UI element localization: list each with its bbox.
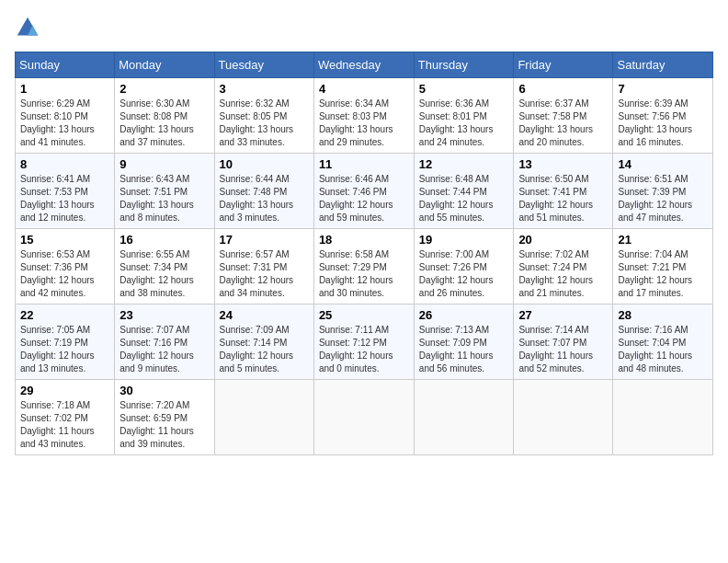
calendar-cell: 20 Sunrise: 7:02 AMSunset: 7:24 PMDaylig… bbox=[514, 229, 613, 304]
day-number: 19 bbox=[419, 233, 509, 247]
day-number: 15 bbox=[20, 233, 109, 247]
calendar-header-sunday: Sunday bbox=[16, 52, 115, 78]
day-number: 12 bbox=[419, 157, 509, 171]
day-number: 23 bbox=[119, 308, 209, 322]
day-info: Sunrise: 7:16 AMSunset: 7:04 PMDaylight:… bbox=[618, 325, 692, 373]
calendar-cell: 17 Sunrise: 6:57 AMSunset: 7:31 PMDaylig… bbox=[214, 229, 313, 304]
calendar-week-row: 15 Sunrise: 6:53 AMSunset: 7:36 PMDaylig… bbox=[16, 229, 713, 304]
logo bbox=[15, 15, 44, 40]
calendar-cell: 29 Sunrise: 7:18 AMSunset: 7:02 PMDaylig… bbox=[16, 380, 115, 455]
day-info: Sunrise: 7:18 AMSunset: 7:02 PMDaylight:… bbox=[20, 400, 95, 449]
day-info: Sunrise: 6:32 AMSunset: 8:05 PMDaylight:… bbox=[220, 98, 294, 147]
calendar-week-row: 29 Sunrise: 7:18 AMSunset: 7:02 PMDaylig… bbox=[16, 380, 713, 455]
calendar-cell: 6 Sunrise: 6:37 AMSunset: 7:58 PMDayligh… bbox=[514, 78, 613, 154]
day-number: 22 bbox=[20, 308, 109, 322]
calendar-cell: 23 Sunrise: 7:07 AMSunset: 7:16 PMDaylig… bbox=[115, 304, 214, 380]
day-number: 16 bbox=[119, 233, 209, 247]
calendar-cell: 16 Sunrise: 6:55 AMSunset: 7:34 PMDaylig… bbox=[115, 229, 214, 304]
calendar-week-row: 1 Sunrise: 6:29 AMSunset: 8:10 PMDayligh… bbox=[16, 78, 713, 154]
day-info: Sunrise: 7:09 AMSunset: 7:14 PMDaylight:… bbox=[220, 325, 294, 373]
day-info: Sunrise: 7:20 AMSunset: 6:59 PMDaylight:… bbox=[119, 400, 194, 449]
calendar-header-wednesday: Wednesday bbox=[313, 52, 414, 78]
day-number: 20 bbox=[518, 233, 608, 247]
day-number: 17 bbox=[220, 233, 309, 247]
calendar-cell: 7 Sunrise: 6:39 AMSunset: 7:56 PMDayligh… bbox=[613, 78, 713, 154]
calendar-header-tuesday: Tuesday bbox=[214, 52, 313, 78]
calendar-cell bbox=[214, 380, 313, 455]
calendar-cell bbox=[514, 380, 613, 455]
day-info: Sunrise: 7:00 AMSunset: 7:26 PMDaylight:… bbox=[419, 249, 494, 298]
calendar-cell: 24 Sunrise: 7:09 AMSunset: 7:14 PMDaylig… bbox=[214, 304, 313, 380]
day-info: Sunrise: 6:46 AMSunset: 7:46 PMDaylight:… bbox=[319, 174, 393, 223]
day-number: 21 bbox=[618, 233, 708, 247]
calendar-cell: 4 Sunrise: 6:34 AMSunset: 8:03 PMDayligh… bbox=[313, 78, 414, 154]
day-info: Sunrise: 7:13 AMSunset: 7:09 PMDaylight:… bbox=[419, 325, 494, 373]
day-number: 13 bbox=[518, 157, 608, 171]
day-number: 25 bbox=[319, 308, 409, 322]
day-info: Sunrise: 6:43 AMSunset: 7:51 PMDaylight:… bbox=[119, 174, 194, 223]
day-number: 14 bbox=[618, 157, 708, 171]
calendar-cell bbox=[313, 380, 414, 455]
day-number: 9 bbox=[119, 157, 209, 171]
day-info: Sunrise: 6:36 AMSunset: 8:01 PMDaylight:… bbox=[419, 98, 494, 147]
day-number: 5 bbox=[419, 82, 509, 96]
day-number: 7 bbox=[618, 82, 708, 96]
day-number: 29 bbox=[20, 384, 109, 397]
day-number: 11 bbox=[319, 157, 409, 171]
day-number: 1 bbox=[20, 82, 109, 96]
calendar-cell: 10 Sunrise: 6:44 AMSunset: 7:48 PMDaylig… bbox=[214, 154, 313, 229]
day-info: Sunrise: 7:02 AMSunset: 7:24 PMDaylight:… bbox=[518, 249, 593, 298]
calendar-cell: 19 Sunrise: 7:00 AMSunset: 7:26 PMDaylig… bbox=[414, 229, 514, 304]
day-info: Sunrise: 6:53 AMSunset: 7:36 PMDaylight:… bbox=[20, 249, 95, 298]
day-number: 6 bbox=[518, 82, 608, 96]
calendar-header-row: SundayMondayTuesdayWednesdayThursdayFrid… bbox=[16, 52, 713, 78]
day-number: 4 bbox=[319, 82, 409, 96]
day-info: Sunrise: 6:39 AMSunset: 7:56 PMDaylight:… bbox=[618, 98, 692, 147]
day-info: Sunrise: 6:41 AMSunset: 7:53 PMDaylight:… bbox=[20, 174, 95, 223]
day-info: Sunrise: 6:48 AMSunset: 7:44 PMDaylight:… bbox=[419, 174, 494, 223]
calendar-cell: 22 Sunrise: 7:05 AMSunset: 7:19 PMDaylig… bbox=[16, 304, 115, 380]
calendar-cell: 18 Sunrise: 6:58 AMSunset: 7:29 PMDaylig… bbox=[313, 229, 414, 304]
day-info: Sunrise: 7:07 AMSunset: 7:16 PMDaylight:… bbox=[119, 325, 194, 373]
calendar-cell: 14 Sunrise: 6:51 AMSunset: 7:39 PMDaylig… bbox=[613, 154, 713, 229]
calendar-cell: 15 Sunrise: 6:53 AMSunset: 7:36 PMDaylig… bbox=[16, 229, 115, 304]
day-number: 10 bbox=[220, 157, 309, 171]
day-number: 3 bbox=[220, 82, 309, 96]
calendar-cell bbox=[613, 380, 713, 455]
day-info: Sunrise: 6:34 AMSunset: 8:03 PMDaylight:… bbox=[319, 98, 393, 147]
day-info: Sunrise: 6:58 AMSunset: 7:29 PMDaylight:… bbox=[319, 249, 393, 298]
day-info: Sunrise: 6:44 AMSunset: 7:48 PMDaylight:… bbox=[220, 174, 294, 223]
calendar-table: SundayMondayTuesdayWednesdayThursdayFrid… bbox=[15, 52, 713, 455]
calendar-header-thursday: Thursday bbox=[414, 52, 514, 78]
calendar-header-monday: Monday bbox=[115, 52, 214, 78]
calendar-cell: 13 Sunrise: 6:50 AMSunset: 7:41 PMDaylig… bbox=[514, 154, 613, 229]
logo-icon bbox=[15, 15, 40, 40]
day-number: 27 bbox=[518, 308, 608, 322]
calendar-cell: 9 Sunrise: 6:43 AMSunset: 7:51 PMDayligh… bbox=[115, 154, 214, 229]
calendar-cell: 28 Sunrise: 7:16 AMSunset: 7:04 PMDaylig… bbox=[613, 304, 713, 380]
day-info: Sunrise: 7:05 AMSunset: 7:19 PMDaylight:… bbox=[20, 325, 95, 373]
calendar-header-friday: Friday bbox=[514, 52, 613, 78]
day-number: 30 bbox=[119, 384, 209, 397]
day-number: 2 bbox=[119, 82, 209, 96]
day-info: Sunrise: 6:55 AMSunset: 7:34 PMDaylight:… bbox=[119, 249, 194, 298]
day-info: Sunrise: 6:50 AMSunset: 7:41 PMDaylight:… bbox=[518, 174, 593, 223]
day-number: 26 bbox=[419, 308, 509, 322]
calendar-cell: 3 Sunrise: 6:32 AMSunset: 8:05 PMDayligh… bbox=[214, 78, 313, 154]
calendar-cell: 8 Sunrise: 6:41 AMSunset: 7:53 PMDayligh… bbox=[16, 154, 115, 229]
day-info: Sunrise: 7:04 AMSunset: 7:21 PMDaylight:… bbox=[618, 249, 692, 298]
calendar-cell: 30 Sunrise: 7:20 AMSunset: 6:59 PMDaylig… bbox=[115, 380, 214, 455]
calendar-week-row: 22 Sunrise: 7:05 AMSunset: 7:19 PMDaylig… bbox=[16, 304, 713, 380]
day-number: 18 bbox=[319, 233, 409, 247]
day-info: Sunrise: 6:37 AMSunset: 7:58 PMDaylight:… bbox=[518, 98, 593, 147]
day-number: 28 bbox=[618, 308, 708, 322]
calendar-cell: 27 Sunrise: 7:14 AMSunset: 7:07 PMDaylig… bbox=[514, 304, 613, 380]
header bbox=[15, 15, 713, 40]
calendar-cell: 11 Sunrise: 6:46 AMSunset: 7:46 PMDaylig… bbox=[313, 154, 414, 229]
day-number: 8 bbox=[20, 157, 109, 171]
day-info: Sunrise: 6:29 AMSunset: 8:10 PMDaylight:… bbox=[20, 98, 95, 147]
calendar-cell: 2 Sunrise: 6:30 AMSunset: 8:08 PMDayligh… bbox=[115, 78, 214, 154]
calendar-cell: 21 Sunrise: 7:04 AMSunset: 7:21 PMDaylig… bbox=[613, 229, 713, 304]
calendar-cell: 12 Sunrise: 6:48 AMSunset: 7:44 PMDaylig… bbox=[414, 154, 514, 229]
calendar-cell: 25 Sunrise: 7:11 AMSunset: 7:12 PMDaylig… bbox=[313, 304, 414, 380]
